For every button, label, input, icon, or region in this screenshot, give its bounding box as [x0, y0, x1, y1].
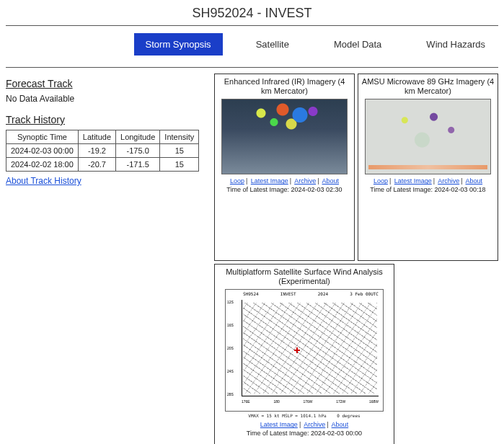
link-archive[interactable]: Archive: [294, 177, 316, 185]
panel-title-ir: Enhanced Infrared (IR) Imagery (4 km Mer…: [218, 77, 351, 96]
table-header-row: Synoptic Time Latitude Longitude Intensi…: [6, 130, 199, 144]
wind-chart-yticks: 12S 16S 20S 24S 28S: [227, 300, 240, 396]
ytick: 24S: [227, 369, 240, 373]
separator: |: [298, 421, 302, 428]
link-about[interactable]: About: [466, 177, 483, 185]
cell-lon: -171.5: [116, 158, 160, 172]
col-longitude: Longitude: [116, 130, 160, 144]
separator: |: [388, 177, 392, 185]
divider-tabs: [6, 67, 498, 68]
panel-title-amsu: AMSU Microwave 89 GHz Imagery (4 km Merc…: [361, 77, 495, 96]
time-latest-wind: Time of Latest Image: 2024-02-03 00:00: [247, 430, 362, 438]
panel-amsu: AMSU Microwave 89 GHz Imagery (4 km Merc…: [358, 74, 498, 261]
ytick: 20S: [227, 346, 240, 350]
panel-links-ir: Loop| Latest Image| Archive| About Time …: [226, 177, 342, 194]
link-about[interactable]: About: [332, 421, 349, 428]
wind-chart-barbs: [243, 303, 377, 394]
cell-time: 2024-02-02 18:00: [6, 158, 79, 172]
link-about[interactable]: About: [322, 177, 340, 185]
wind-chart-datetime: 3 Feb 00UTC: [350, 291, 379, 296]
thumbnail-amsu[interactable]: [365, 99, 491, 174]
xtick: 168W: [369, 399, 379, 408]
tab-wind-hazards[interactable]: Wind Hazards: [415, 33, 497, 56]
link-latest-image[interactable]: Latest Image: [394, 177, 432, 185]
track-history-table: Synoptic Time Latitude Longitude Intensi…: [6, 130, 199, 172]
thumbnail-ir[interactable]: [221, 99, 348, 174]
wind-chart-id: SH9524: [243, 291, 259, 296]
cell-int: 15: [160, 158, 199, 172]
xtick: 172W: [336, 399, 345, 408]
cell-time: 2024-02-03 00:00: [6, 144, 79, 158]
link-loop[interactable]: Loop: [230, 177, 244, 185]
ytick: 28S: [227, 392, 240, 396]
cell-lat: -19.2: [78, 144, 115, 158]
panel-links-wind: Latest Image| Archive| About Time of Lat…: [247, 421, 362, 438]
xtick: 180: [273, 399, 279, 408]
link-archive[interactable]: Archive: [304, 421, 325, 428]
col-intensity: Intensity: [160, 130, 199, 144]
panel-enhanced-ir: Enhanced Infrared (IR) Imagery (4 km Mer…: [214, 74, 355, 261]
panel-wind-analysis: Multiplatform Satellite Surface Wind Ana…: [214, 264, 394, 444]
wind-chart-header: SH9524 INVEST 2024 3 Feb 00UTC: [243, 291, 379, 296]
table-row: 2024-02-03 00:00 -19.2 -175.0 15: [6, 144, 199, 158]
separator: |: [316, 177, 320, 185]
cell-lon: -175.0: [116, 144, 160, 158]
ytick: 12S: [227, 300, 240, 304]
col-synoptic-time: Synoptic Time: [6, 130, 79, 144]
track-history-heading: Track History: [6, 114, 210, 125]
forecast-no-data: No Data Available: [6, 94, 210, 104]
cell-lat: -20.7: [78, 158, 115, 172]
xtick: 176W: [303, 399, 312, 408]
link-archive[interactable]: Archive: [438, 177, 459, 185]
cell-int: 15: [160, 144, 199, 158]
tab-satellite[interactable]: Satellite: [244, 33, 301, 56]
wind-deg: 0 degrees: [337, 413, 361, 418]
time-latest-amsu: Time of Latest Image: 2024-02-03 00:18: [370, 186, 485, 195]
wind-chart-year: 2024: [318, 291, 328, 296]
tab-storm-synopsis[interactable]: Storm Synopsis: [134, 33, 223, 56]
xtick: 176E: [242, 399, 250, 408]
panel-links-amsu: Loop| Latest Image| Archive| About Time …: [370, 177, 485, 194]
wind-chart-center-marker: [294, 347, 300, 353]
panel-title-wind: Multiplatform Satellite Surface Wind Ana…: [218, 267, 391, 286]
separator: |: [244, 177, 249, 185]
right-column: Enhanced Infrared (IR) Imagery (4 km Mer…: [214, 74, 498, 444]
time-latest-ir: Time of Latest Image: 2024-02-03 02:30: [226, 186, 342, 195]
main-content: Forecast Track No Data Available Track H…: [0, 71, 504, 444]
main-tabs: Storm Synopsis Satellite Model Data Wind…: [0, 26, 504, 63]
separator: |: [288, 177, 293, 185]
wind-chart-name: INVEST: [280, 291, 296, 296]
link-latest-image[interactable]: Latest Image: [260, 421, 298, 428]
separator: |: [325, 421, 330, 428]
about-track-history-link[interactable]: About Track History: [6, 176, 81, 186]
wind-chart-xticks: 176E 180 176W 172W 168W: [242, 399, 379, 408]
link-loop[interactable]: Loop: [373, 177, 388, 185]
col-latitude: Latitude: [78, 130, 115, 144]
left-column: Forecast Track No Data Available Track H…: [6, 74, 210, 444]
ytick: 16S: [227, 323, 240, 327]
forecast-track-heading: Forecast Track: [6, 78, 210, 89]
separator: |: [459, 177, 464, 185]
panel-row-top: Enhanced Infrared (IR) Imagery (4 km Mer…: [214, 74, 498, 261]
table-row: 2024-02-02 18:00 -20.7 -171.5 15: [6, 158, 199, 172]
wind-vmax-mslp: VMAX = 15 kt MSLP = 1014.1 hPa: [248, 413, 326, 418]
separator: |: [432, 177, 436, 185]
link-latest-image[interactable]: Latest Image: [251, 177, 288, 185]
tab-model-data[interactable]: Model Data: [322, 33, 393, 56]
page-title: SH952024 - INVEST: [0, 0, 504, 25]
wind-chart-sub: VMAX = 15 kt MSLP = 1014.1 hPa 0 degrees: [248, 413, 360, 418]
thumbnail-wind-analysis[interactable]: SH9524 INVEST 2024 3 Feb 00UTC 12S 16S 2…: [225, 289, 384, 412]
